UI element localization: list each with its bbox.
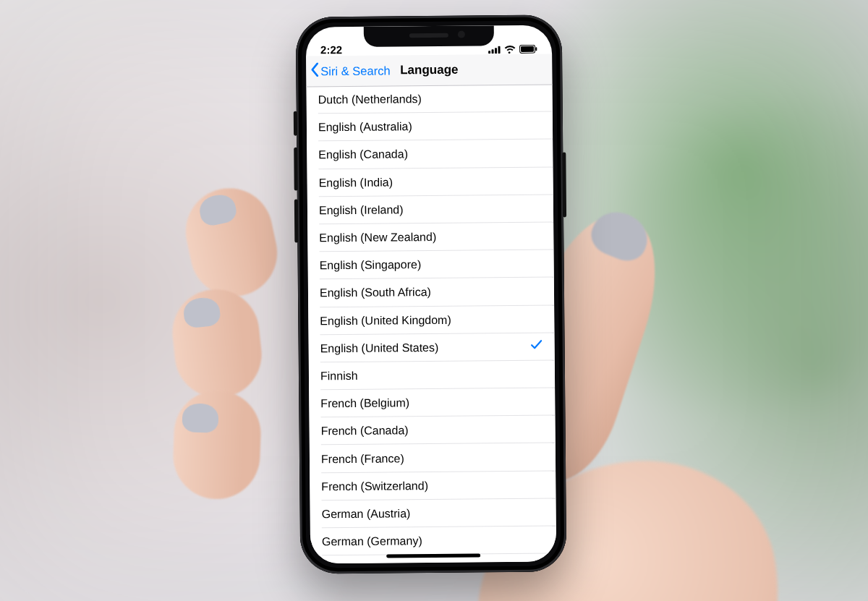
svg-rect-0 bbox=[488, 51, 490, 54]
svg-rect-1 bbox=[492, 49, 494, 54]
language-label: English (Ireland) bbox=[319, 203, 404, 217]
language-label: German (Austria) bbox=[322, 507, 411, 521]
svg-rect-5 bbox=[521, 46, 534, 52]
back-button[interactable]: Siri & Search bbox=[310, 55, 391, 86]
language-label: French (France) bbox=[321, 452, 404, 466]
language-row[interactable]: German (Austria) bbox=[310, 498, 556, 528]
language-label: French (Belgium) bbox=[320, 396, 409, 410]
back-label: Siri & Search bbox=[320, 64, 390, 78]
language-row[interactable]: English (New Zealand) bbox=[307, 222, 553, 252]
language-row[interactable]: French (Belgium) bbox=[309, 388, 555, 418]
language-row[interactable]: English (Singapore) bbox=[307, 250, 553, 280]
language-label: French (Canada) bbox=[321, 425, 409, 438]
phone-frame: 2:22 bbox=[296, 14, 567, 574]
language-label: French (Switzerland) bbox=[321, 479, 428, 493]
language-row[interactable]: English (Australia) bbox=[307, 112, 553, 142]
language-label: English (India) bbox=[319, 176, 393, 189]
language-label: English (United States) bbox=[320, 341, 439, 355]
wifi-icon bbox=[504, 46, 516, 54]
language-row[interactable]: English (United States) bbox=[308, 333, 554, 362]
notch bbox=[364, 25, 494, 47]
language-row[interactable]: German (Germany) bbox=[310, 527, 556, 556]
language-row[interactable]: English (Canada) bbox=[307, 140, 553, 169]
language-label: Dutch (Netherlands) bbox=[318, 93, 422, 106]
language-row[interactable]: French (Switzerland) bbox=[310, 471, 556, 500]
language-row[interactable]: Finnish bbox=[309, 360, 555, 390]
language-row[interactable]: English (United Kingdom) bbox=[308, 305, 554, 335]
phone-screen: 2:22 bbox=[306, 25, 556, 564]
checkmark-icon bbox=[530, 338, 543, 355]
cellular-icon bbox=[488, 46, 501, 54]
battery-icon bbox=[519, 45, 537, 54]
language-label: English (Australia) bbox=[318, 121, 412, 135]
language-label: English (United Kingdom) bbox=[320, 313, 451, 328]
page-title: Language bbox=[400, 63, 458, 78]
svg-rect-2 bbox=[495, 48, 497, 54]
language-row[interactable]: English (India) bbox=[307, 167, 553, 197]
language-label: English (Canada) bbox=[318, 148, 408, 162]
language-row[interactable]: French (Canada) bbox=[309, 416, 555, 446]
language-row[interactable]: English (South Africa) bbox=[308, 278, 554, 307]
nav-bar: Siri & Search Language bbox=[306, 54, 552, 88]
language-row[interactable]: English (Ireland) bbox=[307, 195, 553, 224]
language-label: German (Germany) bbox=[322, 534, 422, 548]
language-label: English (New Zealand) bbox=[319, 231, 436, 244]
language-row[interactable]: Dutch (Netherlands) bbox=[306, 85, 552, 114]
status-time: 2:22 bbox=[320, 43, 342, 56]
chevron-left-icon bbox=[310, 62, 319, 80]
language-row[interactable]: French (France) bbox=[310, 443, 556, 473]
language-label: English (South Africa) bbox=[320, 286, 431, 299]
language-label: Finnish bbox=[320, 370, 358, 383]
svg-rect-3 bbox=[498, 46, 501, 54]
language-label: English (Singapore) bbox=[320, 258, 422, 272]
language-list[interactable]: Dutch (Netherlands)English (Australia)En… bbox=[306, 85, 556, 564]
svg-rect-6 bbox=[535, 47, 537, 51]
